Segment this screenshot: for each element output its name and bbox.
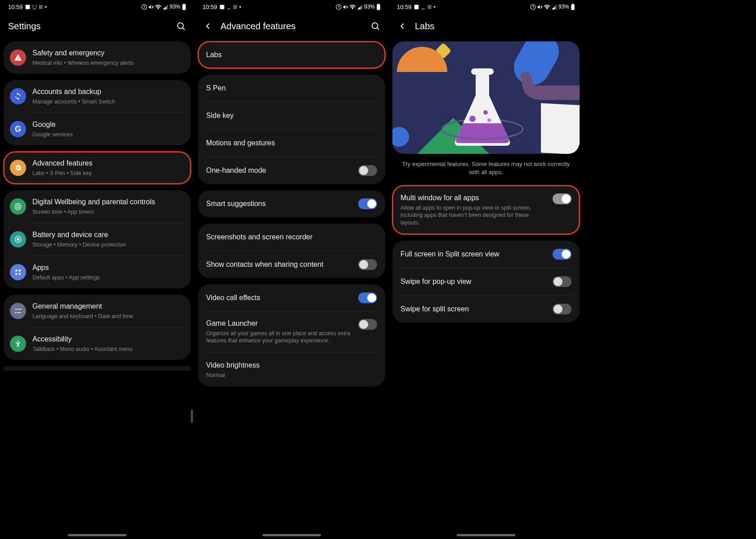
clock: 10:59 — [8, 4, 23, 10]
svg-point-52 — [428, 6, 428, 7]
svg-point-2 — [39, 5, 40, 6]
row-title: Google — [32, 120, 184, 130]
svg-point-32 — [233, 5, 234, 6]
labs-screen: 10:59 • 93% Labs — [389, 0, 583, 539]
row-swipe-popup[interactable]: Swipe for pop-up view — [392, 268, 580, 295]
row-video-brightness[interactable]: Video brightness Normal — [198, 353, 385, 386]
page-title: Labs — [415, 21, 575, 31]
row-smart-suggestions[interactable]: Smart suggestions — [198, 190, 385, 217]
toggle-video-call[interactable] — [358, 292, 377, 303]
svg-point-37 — [236, 6, 237, 7]
search-button[interactable] — [370, 21, 381, 31]
row-one-handed[interactable]: One-handed mode — [198, 157, 385, 184]
page-title: Advanced features — [220, 21, 363, 31]
row-show-contacts[interactable]: Show contacts when sharing content — [198, 251, 385, 278]
svg-line-17 — [183, 28, 185, 30]
svg-rect-44 — [377, 4, 380, 10]
settings-row-accounts[interactable]: Accounts and backup Manage accounts • Sm… — [4, 80, 191, 112]
settings-row-apps[interactable]: Apps Default apps • App settings — [4, 256, 191, 288]
svg-point-25 — [19, 273, 21, 275]
battery-text: 93% — [558, 4, 569, 10]
svg-point-23 — [19, 270, 21, 272]
row-title: Safety and emergency — [32, 49, 184, 58]
advanced-features-screen: 10:59 • 93% Advanced features — [194, 0, 389, 539]
toggle-full-screen-split[interactable] — [553, 249, 572, 260]
settings-screen: 10:59 • 93% Settings — [0, 0, 194, 539]
row-title: Apps — [32, 263, 184, 273]
toggle-show-contacts[interactable] — [358, 259, 377, 270]
row-side-key[interactable]: Side key — [198, 102, 385, 129]
svg-point-72 — [483, 110, 488, 115]
settings-row-battery[interactable]: Battery and device care Storage • Memory… — [4, 223, 191, 256]
svg-point-30 — [18, 341, 19, 342]
settings-row-google[interactable]: G Google Google services — [4, 113, 191, 145]
settings-row-wellbeing[interactable]: Digital Wellbeing and parental controls … — [4, 190, 191, 223]
accessibility-icon — [10, 336, 26, 352]
row-sub: Screen time • App timers — [32, 208, 184, 216]
toggle-game-launcher[interactable] — [358, 319, 377, 330]
toggle-smart-suggestions[interactable] — [358, 198, 377, 209]
svg-point-35 — [233, 6, 234, 7]
general-icon — [10, 303, 26, 319]
toggle-multi-window[interactable] — [553, 193, 572, 204]
row-video-call[interactable]: Video call effects — [198, 284, 385, 311]
row-spen[interactable]: S Pen — [198, 75, 385, 102]
svg-point-53 — [429, 6, 430, 7]
row-title: Video call effects — [206, 293, 352, 303]
row-motions[interactable]: Motions and gestures — [198, 130, 385, 157]
status-left-icons: • — [25, 4, 47, 10]
svg-point-50 — [429, 5, 430, 6]
svg-point-73 — [487, 118, 491, 122]
row-multi-window[interactable]: Multi window for all apps Allow all apps… — [392, 185, 580, 234]
nav-bar[interactable] — [68, 534, 126, 536]
svg-point-10 — [41, 8, 42, 9]
svg-point-36 — [234, 6, 235, 7]
row-full-screen-split[interactable]: Full screen in Split screen view — [392, 241, 580, 268]
toggle-one-handed[interactable] — [358, 165, 377, 176]
settings-row-accessibility[interactable]: Accessibility TalkBack • Mono audio • As… — [4, 328, 191, 360]
accounts-icon — [10, 88, 26, 104]
row-sub: Allow all apps to open in pop-up view or… — [400, 204, 546, 226]
battery-text: 93% — [170, 4, 180, 10]
toggle-swipe-popup[interactable] — [553, 276, 572, 287]
chevron-left-icon — [203, 21, 213, 31]
settings-row-safety[interactable]: Safety and emergency Medical info • Wire… — [4, 41, 191, 74]
svg-point-38 — [233, 8, 234, 9]
svg-point-7 — [41, 6, 42, 7]
settings-row-advanced-features[interactable]: Advanced features Labs • S Pen • Side ke… — [4, 152, 191, 184]
status-bar: 10:59 • 93% — [194, 0, 389, 13]
row-title: Multi window for all apps — [400, 193, 546, 203]
row-sub: Default apps • App settings — [32, 274, 184, 281]
svg-point-40 — [236, 8, 237, 9]
scrollbar-thumb[interactable] — [191, 409, 193, 423]
row-labs[interactable]: Labs — [198, 41, 385, 68]
row-sub: Organize all your games all in one place… — [206, 330, 352, 345]
back-button[interactable] — [202, 21, 213, 31]
search-button[interactable] — [176, 21, 186, 31]
svg-point-49 — [428, 5, 428, 6]
toggle-swipe-split[interactable] — [553, 304, 572, 314]
nav-bar[interactable] — [262, 534, 321, 536]
row-sub: Manage accounts • Smart Switch — [32, 98, 184, 105]
svg-point-39 — [234, 8, 235, 9]
battery-care-icon — [10, 231, 26, 247]
row-title: S Pen — [206, 84, 226, 93]
row-sub: Language and keyboard • Date and time — [32, 313, 184, 320]
battery-icon — [182, 4, 186, 10]
svg-point-22 — [15, 270, 18, 272]
clock: 10:59 — [202, 4, 217, 10]
row-screenshots[interactable]: Screenshots and screen recorder — [198, 224, 385, 251]
google-icon: G — [10, 121, 26, 137]
row-sub: Labs • S Pen • Side key — [32, 170, 184, 177]
row-swipe-split[interactable]: Swipe for split screen — [392, 296, 580, 323]
row-game-launcher[interactable]: Game Launcher Organize all your games al… — [198, 312, 385, 352]
settings-row-general[interactable]: General management Language and keyboard… — [4, 295, 191, 327]
row-sub: Storage • Memory • Device protection — [32, 241, 184, 248]
svg-point-57 — [430, 8, 431, 9]
nav-bar[interactable] — [457, 534, 515, 536]
svg-point-18 — [15, 203, 21, 210]
svg-point-56 — [429, 8, 430, 9]
back-button[interactable] — [397, 21, 408, 31]
row-title: Battery and device care — [32, 230, 184, 240]
page-title: Settings — [8, 21, 168, 31]
